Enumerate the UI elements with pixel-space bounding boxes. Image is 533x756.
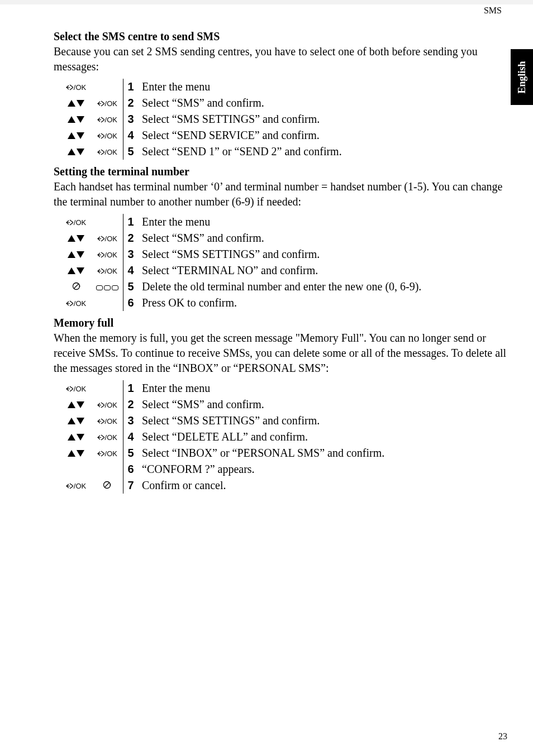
ok-icon: /OK: [97, 449, 117, 458]
step-row: /OK 5 Select “INBOX” or “PERSONAL SMS” a…: [60, 445, 384, 461]
step-row: 6 “CONFORM ?” appears.: [60, 461, 384, 477]
step-text: Select “SEND SERVICE” and confirm.: [139, 127, 342, 143]
section-intro: Because you can set 2 SMS sending centre…: [54, 44, 507, 74]
ok-icon: /OK: [66, 385, 86, 393]
step-text: Delete the old terminal number and enter…: [139, 279, 421, 295]
step-number: 4: [123, 262, 139, 279]
step-number: 3: [123, 246, 139, 262]
step-number: 7: [123, 477, 139, 494]
step-row: /OK 4 Select “SEND SERVICE” and confirm.: [60, 127, 342, 143]
ok-icon: /OK: [97, 401, 117, 409]
step-number: 3: [123, 111, 139, 127]
page-content: Select the SMS centre to send SMS Becaus…: [54, 25, 507, 494]
step-text: Select “SEND 1” or “SEND 2” and confirm.: [139, 143, 342, 160]
section-title: Memory full: [54, 317, 507, 329]
step-row: /OK 1 Enter the menu: [60, 214, 421, 230]
step-number: 3: [123, 413, 139, 429]
step-number: 4: [123, 429, 139, 445]
up-down-icon: [68, 401, 84, 408]
up-down-icon: [68, 235, 84, 242]
ok-icon: /OK: [97, 99, 117, 108]
step-number: 2: [123, 230, 139, 246]
step-text: Enter the menu: [139, 79, 342, 95]
svg-line-1: [74, 284, 78, 289]
step-row: /OK 2 Select “SMS” and confirm.: [60, 230, 421, 246]
ok-icon: /OK: [66, 482, 86, 490]
up-down-icon: [68, 267, 84, 274]
step-text: Select “SMS SETTINGS” and confirm.: [139, 246, 421, 262]
ok-icon: /OK: [66, 83, 86, 92]
step-text: Select “SMS” and confirm.: [139, 95, 342, 111]
step-number: 1: [123, 380, 139, 396]
step-text: Select “SMS” and confirm.: [139, 396, 384, 413]
step-number: 5: [123, 445, 139, 461]
steps-table: /OK 1 Enter the menu /OK 2 Select “SMS” …: [60, 380, 384, 494]
up-down-icon: [68, 149, 84, 155]
section-title: Setting the terminal number: [54, 165, 507, 178]
step-text: Select “SMS SETTINGS” and confirm.: [139, 111, 342, 127]
ok-icon: /OK: [66, 218, 86, 227]
up-down-icon: [68, 418, 84, 424]
step-row: /OK 3 Select “SMS SETTINGS” and confirm.: [60, 413, 384, 429]
step-text: Enter the menu: [139, 214, 421, 230]
ok-icon: /OK: [97, 433, 117, 442]
ok-icon: /OK: [97, 267, 117, 275]
section-intro: When the memory is full, you get the scr…: [54, 331, 507, 376]
step-number: 5: [123, 143, 139, 160]
top-strip: [0, 0, 533, 4]
step-row: /OK 6 Press OK to confirm.: [60, 295, 421, 311]
svg-line-4: [105, 483, 110, 487]
step-row: /OK 7 Confirm or cancel.: [60, 477, 384, 494]
cancel-icon: [72, 280, 80, 293]
keypad-icon: [96, 285, 118, 290]
step-text: Select “SMS SETTINGS” and confirm.: [139, 413, 384, 429]
section-intro: Each handset has terminal number ‘0’ and…: [54, 179, 507, 209]
step-number: 6: [123, 295, 139, 311]
step-row: /OK 4 Select “TERMINAL NO” and confirm.: [60, 262, 421, 279]
cancel-icon: [103, 479, 111, 492]
language-tab: English: [511, 49, 533, 105]
step-text: Select “INBOX” or “PERSONAL SMS” and con…: [139, 445, 384, 461]
ok-icon: /OK: [97, 116, 117, 124]
ok-icon: /OK: [97, 148, 117, 156]
up-down-icon: [68, 434, 84, 441]
steps-table: /OK 1 Enter the menu /OK 2 Select “SMS” …: [60, 214, 421, 311]
up-down-icon: [68, 116, 84, 123]
ok-icon: /OK: [66, 299, 86, 308]
step-text: Confirm or cancel.: [139, 477, 384, 494]
step-row: /OK 5 Select “SEND 1” or “SEND 2” and co…: [60, 143, 342, 160]
step-text: Enter the menu: [139, 380, 384, 396]
step-text: Press OK to confirm.: [139, 295, 421, 311]
step-row: /OK 3 Select “SMS SETTINGS” and confirm.: [60, 246, 421, 262]
up-down-icon: [68, 132, 84, 139]
section-title: Select the SMS centre to send SMS: [54, 30, 507, 43]
step-row: /OK 2 Select “SMS” and confirm.: [60, 95, 342, 111]
ok-icon: /OK: [97, 251, 117, 259]
up-down-icon: [68, 251, 84, 258]
step-row: /OK 1 Enter the menu: [60, 79, 342, 95]
step-row: /OK 2 Select “SMS” and confirm.: [60, 396, 384, 413]
steps-table: /OK 1 Enter the menu /OK 2 Select “SMS” …: [60, 79, 342, 160]
step-number: 6: [123, 461, 139, 477]
step-number: 4: [123, 127, 139, 143]
step-text: Select “TERMINAL NO” and confirm.: [139, 262, 421, 279]
up-down-icon: [68, 100, 84, 107]
up-down-icon: [68, 450, 84, 457]
step-row: /OK 4 Select “DELETE ALL” and confirm.: [60, 429, 384, 445]
ok-icon: /OK: [97, 132, 117, 140]
step-number: 1: [123, 214, 139, 230]
step-number: 5: [123, 279, 139, 295]
ok-icon: /OK: [97, 235, 117, 243]
step-text: Select “DELETE ALL” and confirm.: [139, 429, 384, 445]
language-tab-label: English: [516, 61, 528, 93]
header-section-label: SMS: [484, 6, 502, 16]
step-number: 2: [123, 396, 139, 413]
step-row: 5 Delete the old terminal number and ent…: [60, 279, 421, 295]
step-number: 1: [123, 79, 139, 95]
page-number: 23: [498, 731, 507, 741]
step-number: 2: [123, 95, 139, 111]
step-row: /OK 1 Enter the menu: [60, 380, 384, 396]
step-row: /OK 3 Select “SMS SETTINGS” and confirm.: [60, 111, 342, 127]
ok-icon: /OK: [97, 417, 117, 425]
step-text: “CONFORM ?” appears.: [139, 461, 384, 477]
